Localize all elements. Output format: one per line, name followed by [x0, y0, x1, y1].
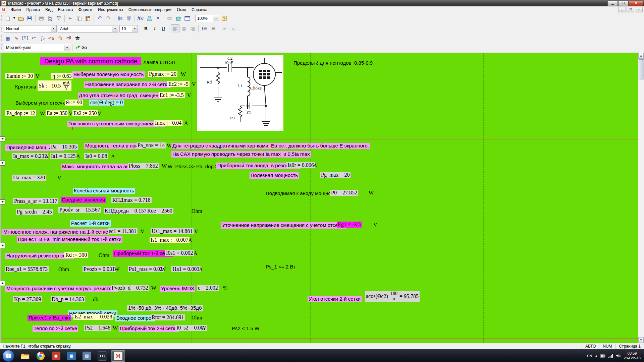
- section-collapse-marker[interactable]: ▶: [0, 136, 5, 141]
- copy-button[interactable]: [75, 14, 84, 23]
- new-document-button[interactable]: [3, 14, 12, 23]
- title-bar[interactable]: M Mathcad - [Расчет УМ на 2х6П15П верный…: [0, 0, 644, 6]
- speaker-icon[interactable]: [616, 354, 621, 358]
- print-button[interactable]: [37, 14, 46, 23]
- go-button[interactable]: Go: [74, 44, 89, 51]
- network-icon[interactable]: [608, 354, 613, 358]
- new-document-dropdown[interactable]: ▼: [12, 14, 16, 23]
- toolbar-grip[interactable]: [1, 15, 2, 22]
- taskbar-item-chrome[interactable]: [34, 351, 47, 361]
- resources-select[interactable]: Мой веб-узел ▼: [4, 44, 70, 51]
- insert-hyperlink-button[interactable]: [165, 14, 174, 23]
- child-restore-button[interactable]: ❐: [627, 7, 634, 12]
- start-button[interactable]: [3, 350, 14, 362]
- print-preview-button[interactable]: [46, 14, 54, 23]
- section-collapse-marker[interactable]: ▶: [0, 161, 5, 166]
- taskbar-item-app-red[interactable]: ◉: [49, 351, 63, 361]
- insert-table-button[interactable]: [183, 14, 192, 23]
- restore-button[interactable]: ❐: [618, 1, 629, 6]
- menu-symbolics[interactable]: Символьные операции: [126, 7, 174, 12]
- paste-button[interactable]: [84, 14, 92, 23]
- greek-palette-button[interactable]: αβ: [64, 34, 73, 43]
- align-center-button[interactable]: [179, 24, 188, 33]
- scroll-up-button[interactable]: ▲: [638, 53, 644, 59]
- taskbar-item-mathcad[interactable]: M: [111, 350, 125, 362]
- menu-window[interactable]: Окно: [174, 7, 189, 12]
- programming-palette-button[interactable]: [56, 34, 64, 43]
- chevron-down-icon[interactable]: ▼: [112, 26, 118, 32]
- menu-edit[interactable]: Правка: [24, 7, 43, 12]
- redo-button[interactable]: ↷: [104, 14, 113, 23]
- close-button[interactable]: ✕: [629, 1, 643, 6]
- open-button[interactable]: [16, 14, 25, 23]
- align-down-button[interactable]: [124, 14, 133, 23]
- insert-unit-button[interactable]: [145, 14, 154, 23]
- style-select[interactable]: Normal ▼: [4, 25, 57, 33]
- chevron-down-icon[interactable]: ▼: [132, 26, 138, 32]
- menu-tools[interactable]: Инструменты: [95, 7, 126, 12]
- section-collapse-marker[interactable]: ▶: [0, 281, 5, 286]
- align-across-button[interactable]: [116, 14, 124, 23]
- taskbar-item-app-blue[interactable]: ▣: [65, 351, 78, 361]
- boolean-palette-button[interactable]: <≥: [47, 34, 56, 43]
- menu-file[interactable]: Файл: [8, 7, 24, 12]
- graph-palette-button[interactable]: ∿: [12, 34, 21, 43]
- font-select[interactable]: Arial ▼: [58, 25, 118, 33]
- section-collapse-marker[interactable]: ▶: [0, 243, 5, 248]
- calculator-palette-button[interactable]: ▦: [3, 34, 12, 43]
- save-button[interactable]: [25, 14, 34, 23]
- open-folder-icon: [18, 16, 24, 21]
- system-tray: EN ▲ 03:59 28-Feb-18: [587, 351, 644, 361]
- help-button[interactable]: ?: [220, 14, 228, 23]
- scroll-down-button[interactable]: ▼: [638, 337, 644, 343]
- section-collapse-marker[interactable]: ▶: [0, 199, 5, 204]
- hidden-icons-button[interactable]: ▲: [595, 354, 597, 358]
- vertical-scrollbar[interactable]: ▲ ▼: [638, 53, 644, 343]
- align-right-button[interactable]: [188, 24, 197, 33]
- menu-help[interactable]: Справка: [189, 7, 210, 12]
- language-indicator[interactable]: EN: [587, 354, 592, 358]
- calculus-palette-button[interactable]: ∫∂: [38, 34, 47, 43]
- symbolic-palette-button[interactable]: [73, 34, 82, 43]
- scrollbar-thumb[interactable]: [639, 59, 644, 79]
- child-minimize-button[interactable]: ▁: [618, 7, 626, 12]
- spell-check-button[interactable]: ABC ✓: [54, 14, 63, 23]
- superscript-button[interactable]: x²: [220, 24, 229, 33]
- worksheet-canvas[interactable]: [0, 53, 638, 343]
- taskbar-item-lc[interactable]: LC: [96, 351, 109, 361]
- toolbar-grip[interactable]: [1, 44, 2, 51]
- subscript-button[interactable]: x₂: [229, 24, 238, 33]
- toolbar-grip[interactable]: [1, 25, 2, 32]
- italic-button[interactable]: I: [150, 24, 159, 33]
- taskbar-clock[interactable]: 03:59 28-Feb-18: [624, 351, 641, 361]
- insert-function-button[interactable]: f(x): [136, 14, 145, 23]
- red-app-icon: ◉: [52, 352, 60, 360]
- underline-button[interactable]: U: [159, 24, 168, 33]
- evaluation-palette-button[interactable]: x=: [30, 34, 38, 43]
- minimize-button[interactable]: ▁: [607, 1, 618, 6]
- bold-button[interactable]: B: [142, 24, 150, 33]
- document-icon[interactable]: M: [1, 7, 6, 12]
- undo-button[interactable]: ↶: [95, 14, 104, 23]
- cut-button[interactable]: ✂: [66, 14, 75, 23]
- align-left-button[interactable]: [171, 24, 179, 33]
- evaluate-button[interactable]: =: [154, 14, 162, 23]
- chevron-down-icon[interactable]: ▼: [64, 45, 70, 51]
- chevron-down-icon[interactable]: ▼: [213, 15, 219, 21]
- font-size-select[interactable]: 10 ▼: [119, 25, 138, 33]
- menu-view[interactable]: Вид: [43, 7, 55, 12]
- taskbar-item-app-gray[interactable]: ▤: [80, 351, 94, 361]
- matrix-palette-button[interactable]: [⠿]: [21, 34, 30, 43]
- zoom-select[interactable]: 100% ▼: [195, 15, 219, 22]
- menu-format[interactable]: Формат: [75, 7, 95, 12]
- battery-icon[interactable]: [600, 354, 605, 358]
- toolbar-grip[interactable]: [1, 35, 2, 42]
- chevron-down-icon[interactable]: ▼: [51, 26, 56, 32]
- bullet-list-button[interactable]: [200, 24, 209, 33]
- page-break-hline: [1, 338, 638, 339]
- numbered-list-button[interactable]: 12: [209, 24, 217, 33]
- child-close-button[interactable]: ✕: [635, 7, 643, 12]
- menu-insert[interactable]: Вставка: [55, 7, 76, 12]
- insert-component-button[interactable]: [174, 14, 183, 23]
- taskbar-item-explorer[interactable]: [18, 351, 32, 361]
